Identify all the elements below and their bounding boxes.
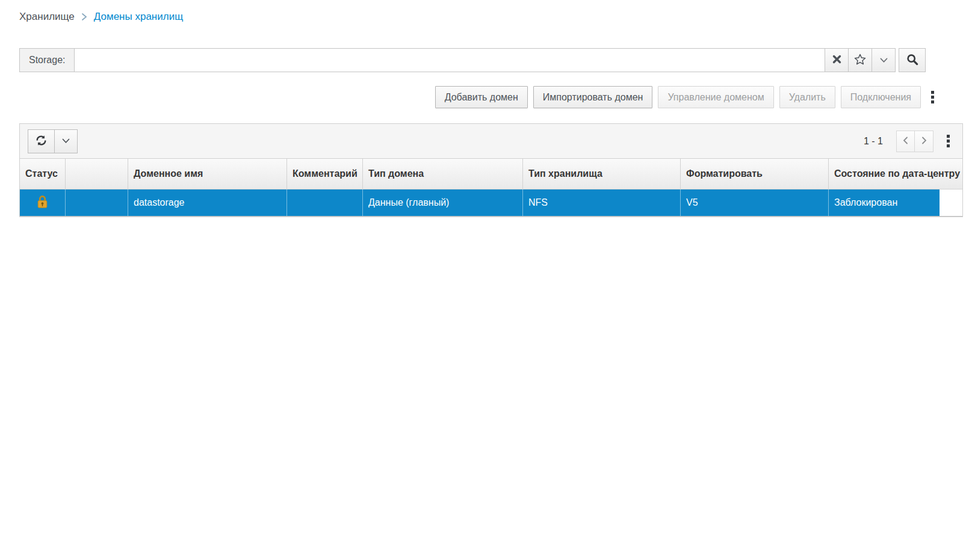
chevron-right-icon: [921, 137, 927, 146]
grid-toolbar: 1 - 1: [20, 124, 962, 159]
bookmark-search-button[interactable]: [849, 48, 872, 72]
domain-name-cell: datastorage: [128, 189, 287, 216]
breadcrumb-parent[interactable]: Хранилище: [19, 11, 75, 23]
column-header-status[interactable]: Статус: [20, 159, 66, 189]
column-header-storage-type[interactable]: Тип хранилища: [523, 159, 681, 189]
search-button[interactable]: [899, 48, 926, 72]
import-domain-button[interactable]: Импортировать домен: [533, 86, 653, 108]
item-counter: 1 - 1: [864, 136, 883, 147]
refresh-dropdown-button[interactable]: [55, 129, 78, 153]
storage-domains-page: Хранилище Домены хранилищ Storage:: [0, 0, 966, 217]
chevron-left-icon: [903, 137, 908, 146]
remove-domain-button: Удалить: [779, 86, 835, 108]
prev-page-button[interactable]: [896, 131, 915, 152]
breadcrumb-current[interactable]: Домены хранилищ: [94, 11, 183, 23]
grid-kebab-menu[interactable]: [942, 132, 955, 150]
storage-type-cell: NFS: [523, 189, 681, 216]
row-scrollbar-gutter: [940, 189, 962, 216]
column-header-domain-name[interactable]: Доменное имя: [128, 159, 287, 189]
column-header-domain-type[interactable]: Тип домена: [363, 159, 523, 189]
kebab-menu-icon: [931, 91, 934, 94]
actions-kebab-menu[interactable]: [926, 88, 939, 106]
search-bar: Storage:: [19, 48, 926, 72]
search-input[interactable]: [75, 48, 825, 72]
table-header: Статус Доменное имя Комментарий Тип доме…: [20, 159, 962, 189]
status-cell: [20, 189, 66, 216]
chevron-down-icon: [880, 56, 888, 65]
domain-type-cell: Данные (главный): [363, 189, 523, 216]
column-header-format[interactable]: Форматировать: [681, 159, 829, 189]
magnifier-icon: [906, 54, 918, 67]
table-row[interactable]: datastorage Данные (главный) NFS V5 Забл…: [20, 189, 962, 217]
chevron-down-icon: [62, 137, 70, 146]
add-domain-button[interactable]: Добавить домен: [435, 86, 528, 108]
lock-icon: [36, 195, 49, 211]
next-page-button[interactable]: [915, 131, 933, 152]
breadcrumb: Хранилище Домены хранилищ: [19, 0, 966, 23]
format-cell: V5: [681, 189, 829, 216]
column-header-type-icon[interactable]: [66, 159, 128, 189]
column-header-comment[interactable]: Комментарий: [287, 159, 363, 189]
search-dropdown-button[interactable]: [872, 48, 896, 72]
clear-search-button[interactable]: [825, 48, 849, 72]
x-icon: [832, 55, 841, 66]
domain-actions-toolbar: Добавить домен Импортировать домен Управ…: [19, 86, 963, 108]
comment-cell: [287, 189, 363, 216]
refresh-icon: [36, 135, 47, 148]
manage-domain-button: Управление доменом: [658, 86, 773, 108]
chevron-right-icon: [81, 13, 87, 21]
star-icon: [854, 54, 866, 67]
pagination-controls: 1 - 1: [864, 131, 955, 152]
column-header-state[interactable]: Состояние по дата-центру: [829, 159, 962, 189]
type-icon-cell: [66, 189, 128, 216]
refresh-button[interactable]: [28, 129, 55, 153]
search-scope-label: Storage:: [19, 48, 75, 72]
state-cell: Заблокирован: [829, 189, 940, 216]
storage-domains-grid: 1 - 1 Статус Доменное и: [19, 123, 963, 217]
kebab-menu-icon: [947, 135, 950, 138]
connections-button: Подключения: [841, 86, 921, 108]
